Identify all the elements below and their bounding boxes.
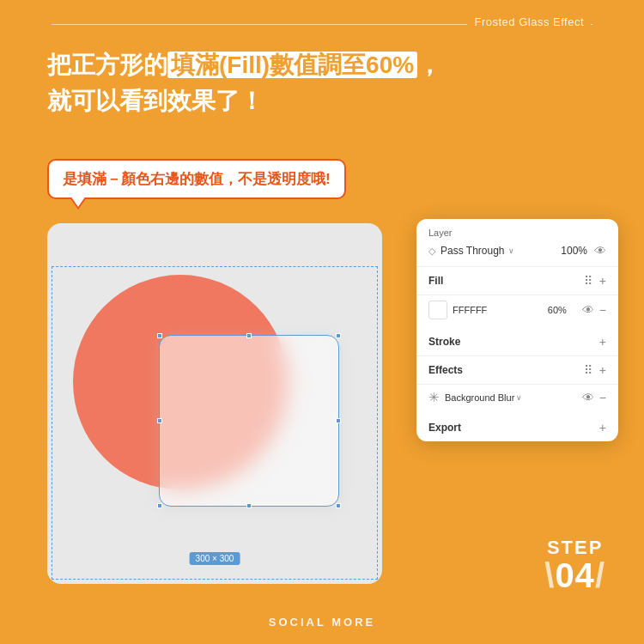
stroke-title: Stroke xyxy=(428,336,460,348)
warning-bubble: 是填滿－顏色右邊的數值，不是透明度哦! xyxy=(47,159,346,199)
effects-grid-icon[interactable]: ⠿ xyxy=(584,364,592,376)
export-title: Export xyxy=(428,422,461,434)
handle-br xyxy=(336,503,341,508)
handle-tl xyxy=(157,333,162,338)
export-add-icon[interactable]: + xyxy=(599,422,606,434)
effects-eye-icon[interactable]: 👁 xyxy=(582,392,594,404)
fill-title: Fill xyxy=(428,275,443,287)
effect-name[interactable]: Background Blur ∨ xyxy=(445,392,577,403)
slash-right: / xyxy=(595,556,605,594)
heading-line2: 就可以看到效果了！ xyxy=(47,83,441,119)
layer-label: Layer xyxy=(428,228,606,238)
chevron-icon: ∨ xyxy=(508,246,514,255)
effects-header: Effects ⠿ + xyxy=(416,356,618,385)
layer-mode[interactable]: Pass Through ∨ xyxy=(440,245,514,257)
diamond-icon: ◇ xyxy=(428,246,435,257)
warning-text: 是填滿－顏色右邊的數值，不是透明度哦! xyxy=(63,171,331,187)
stroke-section: Stroke + xyxy=(416,328,618,356)
handle-mr xyxy=(336,418,341,423)
blur-sun-icon: ✳ xyxy=(428,390,440,405)
step-number: \👁04/ xyxy=(544,558,605,592)
fill-add-icon[interactable]: + xyxy=(599,275,606,287)
handle-bm xyxy=(246,503,252,508)
fill-row: FFFFFF 60% 👁 − xyxy=(416,295,618,328)
handle-tr xyxy=(336,333,341,338)
fill-percentage[interactable]: 60% xyxy=(548,305,577,315)
step-word: STEP xyxy=(544,538,605,558)
eye-icon[interactable]: 👁 xyxy=(594,244,606,258)
dimension-label: 300 × 300 xyxy=(190,552,240,565)
effect-chevron-icon: ∨ xyxy=(516,393,522,402)
main-heading: 把正方形的填滿(Fill)數值調至60%， 就可以看到效果了！ xyxy=(47,47,441,119)
layer-section: Layer ◇ Pass Through ∨ 100% 👁 xyxy=(416,219,618,267)
effects-add-icon[interactable]: + xyxy=(599,364,606,376)
fill-minus-icon[interactable]: − xyxy=(599,304,606,316)
handle-bl xyxy=(157,503,162,508)
slash-left: \ xyxy=(544,556,555,594)
effects-title: Effects xyxy=(428,364,463,376)
effects-minus-icon[interactable]: − xyxy=(599,392,606,404)
highlight-text: 填滿(Fill)數值調至60% xyxy=(167,52,417,78)
handle-ml xyxy=(157,418,162,423)
canvas-area: 300 × 300 xyxy=(47,223,382,584)
page-title: Frosted Glass Effect xyxy=(467,15,591,28)
handle-tm xyxy=(246,333,252,338)
stroke-add-icon[interactable]: + xyxy=(599,336,606,348)
footer-label: SOCIAL MORE xyxy=(269,616,376,629)
step-label: STEP \👁04/ xyxy=(544,538,605,592)
figma-panel: Layer ◇ Pass Through ∨ 100% 👁 Fill ⠿ + F… xyxy=(416,219,618,441)
fill-eye-icon[interactable]: 👁 xyxy=(582,304,594,316)
frosted-glass-rect[interactable] xyxy=(159,335,339,507)
fill-grid-icon[interactable]: ⠿ xyxy=(584,275,592,287)
layer-opacity[interactable]: 100% xyxy=(561,245,587,257)
heading-line1: 把正方形的填滿(Fill)數值調至60%， xyxy=(47,47,441,83)
fill-hex-value[interactable]: FFFFFF xyxy=(453,305,543,315)
layer-row: ◇ Pass Through ∨ 100% 👁 xyxy=(428,244,606,258)
fill-color-swatch[interactable] xyxy=(428,301,447,319)
export-section: Export + xyxy=(416,414,618,441)
fill-header: Fill ⠿ + xyxy=(416,267,618,295)
effects-row: ✳ Background Blur ∨ 👁 − xyxy=(416,385,618,414)
